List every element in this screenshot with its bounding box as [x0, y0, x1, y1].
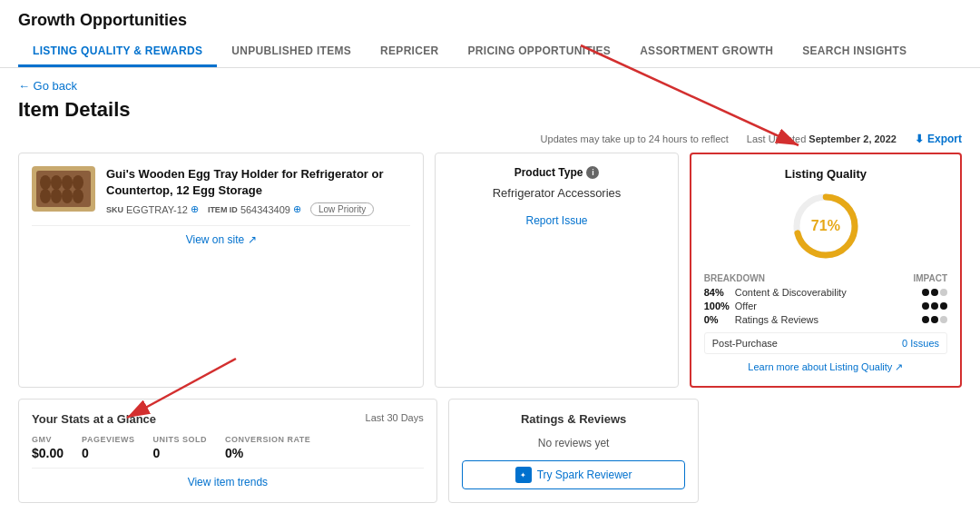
svg-point-9 [51, 189, 62, 203]
listing-quality-breakdown: BREAKDOWN IMPACT 84% Content & Discovera… [704, 273, 947, 373]
dot [931, 316, 938, 323]
report-issue-link[interactable]: Report Issue [448, 214, 664, 227]
item-name: Gui's Wooden Egg Tray Holder for Refrige… [106, 166, 410, 199]
main-content: ← Go back Item Details Updates may take … [0, 68, 980, 513]
stat-pageviews: Pageviews 0 [82, 435, 134, 460]
dot [922, 316, 929, 323]
page-title: Item Details [18, 98, 962, 122]
export-button[interactable]: ⬇ Export [915, 133, 962, 145]
listing-quality-circle: 71% [704, 190, 947, 262]
stat-units: Units Sold 0 [152, 435, 207, 460]
learn-more-link[interactable]: Learn more about Listing Quality ↗ [704, 361, 947, 373]
svg-point-6 [62, 175, 73, 190]
svg-point-10 [62, 189, 73, 203]
view-trends-link[interactable]: View item trends [32, 468, 424, 488]
ratings-card: Ratings & Reviews No reviews yet ✦ Try S… [448, 399, 700, 503]
dot [940, 289, 947, 296]
stats-period: Last 30 Days [366, 412, 424, 426]
dot [931, 289, 938, 296]
product-type-card: Product Type i Refrigerator Accessories … [435, 153, 678, 388]
listing-quality-percent: 71% [811, 218, 840, 234]
svg-point-5 [51, 175, 62, 190]
stats-card: Your Stats at a Glance Last 30 Days GMV … [18, 399, 437, 503]
last-updated-bar: Updates may take up to 24 hours to refle… [18, 133, 962, 145]
listing-quality-title: Listing Quality [704, 167, 947, 181]
post-purchase-row: Post-Purchase 0 Issues [704, 332, 947, 354]
breakdown-row-content: 84% Content & Discoverability [704, 287, 947, 298]
svg-point-4 [40, 175, 51, 190]
app-title: Growth Opportunities [18, 11, 962, 30]
svg-point-11 [73, 189, 83, 203]
dot [940, 316, 947, 323]
stat-conversion: Conversion Rate 0% [225, 435, 310, 460]
middle-row: Your Stats at a Glance Last 30 Days GMV … [18, 399, 962, 503]
dot [940, 302, 947, 310]
top-row: Gui's Wooden Egg Tray Holder for Refrige… [18, 153, 962, 388]
last-updated-date: Last Updated September 2, 2022 [747, 133, 897, 144]
spark-reviewer-button[interactable]: ✦ Try Spark Reviewer [462, 460, 686, 489]
item-image [32, 166, 95, 212]
spacer [710, 399, 962, 503]
stats-title: Your Stats at a Glance [32, 412, 156, 426]
tab-unpublished[interactable]: Unpublished Items [217, 37, 366, 67]
no-reviews-text: No reviews yet [462, 437, 686, 449]
breakdown-row-ratings: 0% Ratings & Reviews [704, 314, 947, 325]
nav-tabs: Listing Quality & Rewards Unpublished It… [18, 37, 962, 67]
tab-pricing[interactable]: Pricing Opportunities [454, 37, 626, 67]
product-type-info-icon[interactable]: i [586, 166, 599, 179]
stats-grid: GMV $0.00 Pageviews 0 Units Sold 0 Conve… [32, 435, 424, 460]
dot [922, 302, 929, 310]
svg-point-7 [73, 175, 83, 190]
item-card: Gui's Wooden Egg Tray Holder for Refrige… [18, 153, 424, 388]
spark-icon: ✦ [515, 467, 532, 483]
copy-itemid-icon[interactable]: ⊕ [293, 203, 301, 215]
dot [931, 302, 938, 310]
tab-search[interactable]: Search Insights [788, 37, 921, 67]
item-id: ITEM ID 564343409 ⊕ [208, 203, 301, 215]
tab-listing-quality[interactable]: Listing Quality & Rewards [18, 37, 217, 67]
go-back-link[interactable]: ← Go back [18, 79, 962, 93]
product-type-value: Refrigerator Accessories [448, 186, 664, 200]
dot [922, 289, 929, 296]
priority-badge: Low Priority [310, 202, 374, 216]
svg-point-8 [40, 189, 51, 203]
copy-sku-icon[interactable]: ⊕ [191, 203, 199, 215]
tab-repricer[interactable]: Repricer [366, 37, 453, 67]
breakdown-row-offer: 100% Offer [704, 301, 947, 311]
last-updated-text: Updates may take up to 24 hours to refle… [541, 133, 729, 144]
tab-assortment[interactable]: Assortment Growth [625, 37, 788, 67]
ratings-title: Ratings & Reviews [462, 412, 686, 426]
product-type-title: Product Type i [448, 166, 664, 179]
sku-label: SKU EGGTRAY-12 ⊕ [106, 203, 199, 215]
download-icon: ⬇ [915, 133, 924, 145]
listing-quality-card: Listing Quality 71% [690, 153, 962, 388]
stat-gmv: GMV $0.00 [32, 435, 64, 460]
view-on-site-link[interactable]: View on site ↗ [32, 225, 410, 246]
app-header: Growth Opportunities Listing Quality & R… [0, 0, 980, 68]
